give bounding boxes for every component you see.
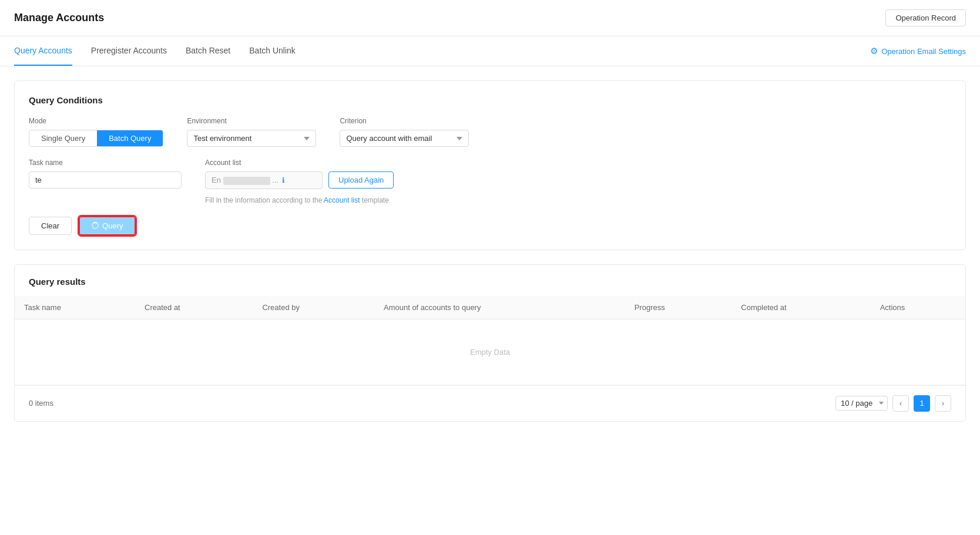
col-created-by: Created by bbox=[253, 296, 374, 319]
query-button-label: Query bbox=[102, 221, 123, 230]
environment-select[interactable]: Test environment Production environment bbox=[187, 130, 316, 147]
query-conditions-title: Query Conditions bbox=[29, 95, 951, 105]
nav-item-query-accounts[interactable]: Query Accounts bbox=[14, 36, 72, 66]
mode-group: Mode Single Query Batch Query bbox=[29, 117, 163, 147]
query-conditions-card: Query Conditions Mode Single Query Batch… bbox=[14, 80, 966, 250]
loading-spin-icon bbox=[92, 222, 99, 229]
prev-page-button[interactable]: ‹ bbox=[892, 395, 909, 412]
current-page-number[interactable]: 1 bbox=[914, 395, 930, 412]
criterion-select[interactable]: Query account with email Query account w… bbox=[340, 130, 469, 147]
query-results-title: Query results bbox=[15, 265, 965, 296]
upload-hint: Fill in the information according to the… bbox=[205, 196, 394, 204]
pagination-right: 10 / page 20 / page 50 / page ‹ 1 › bbox=[835, 395, 951, 412]
nav-left: Query Accounts Preregister Accounts Batc… bbox=[14, 36, 296, 66]
prev-icon: ‹ bbox=[900, 399, 902, 408]
gear-icon: ⚙ bbox=[870, 46, 878, 56]
file-info-icon: ℹ bbox=[282, 176, 285, 184]
mode-label: Mode bbox=[29, 117, 163, 125]
nav-item-preregister-accounts[interactable]: Preregister Accounts bbox=[91, 36, 167, 66]
conditions-row-1: Mode Single Query Batch Query Environmen… bbox=[29, 117, 951, 147]
single-query-button[interactable]: Single Query bbox=[29, 130, 97, 146]
account-list-group: Account list En ... ℹ Upload Again Fill … bbox=[205, 159, 394, 204]
operation-email-settings-link[interactable]: ⚙ Operation Email Settings bbox=[870, 46, 966, 56]
col-task-name: Task name bbox=[15, 296, 135, 319]
operation-email-settings-label: Operation Email Settings bbox=[881, 47, 966, 56]
results-table-wrap: Task name Created at Created by Amount o… bbox=[15, 296, 965, 385]
criterion-label: Criterion bbox=[340, 117, 469, 125]
file-display: En ... ℹ bbox=[205, 171, 323, 189]
query-button[interactable]: Query bbox=[79, 216, 136, 235]
query-results-card: Query results Task name Created at Creat… bbox=[14, 264, 966, 422]
items-count: 0 items bbox=[29, 399, 53, 408]
upload-again-button[interactable]: Upload Again bbox=[328, 171, 394, 189]
nav-item-batch-reset[interactable]: Batch Reset bbox=[186, 36, 230, 66]
upload-hint-suffix: template bbox=[362, 196, 389, 204]
results-table: Task name Created at Created by Amount o… bbox=[15, 296, 965, 385]
task-name-label: Task name bbox=[29, 159, 182, 167]
action-row: Clear Query bbox=[29, 216, 951, 235]
task-name-input[interactable] bbox=[29, 171, 182, 189]
page-title: Manage Accounts bbox=[14, 12, 104, 24]
empty-data-cell: Empty Data bbox=[15, 319, 965, 385]
file-name-text: En ... bbox=[212, 176, 278, 185]
next-page-button[interactable]: › bbox=[935, 395, 951, 412]
col-created-at: Created at bbox=[135, 296, 253, 319]
upload-hint-text: Fill in the information according to the bbox=[205, 196, 322, 204]
criterion-group: Criterion Query account with email Query… bbox=[340, 117, 469, 147]
mode-toggle: Single Query Batch Query bbox=[29, 130, 163, 147]
task-name-group: Task name bbox=[29, 159, 182, 189]
col-progress: Progress bbox=[625, 296, 732, 319]
account-list-label: Account list bbox=[205, 159, 394, 167]
nav-item-batch-unlink[interactable]: Batch Unlink bbox=[249, 36, 296, 66]
page-header: Manage Accounts Operation Record bbox=[0, 0, 980, 36]
operation-record-button[interactable]: Operation Record bbox=[885, 9, 966, 26]
main-content: Query Conditions Mode Single Query Batch… bbox=[0, 66, 980, 436]
environment-group: Environment Test environment Production … bbox=[187, 117, 316, 147]
next-icon: › bbox=[942, 399, 944, 408]
environment-label: Environment bbox=[187, 117, 316, 125]
pagination-row: 0 items 10 / page 20 / page 50 / page ‹ … bbox=[15, 385, 965, 421]
clear-button[interactable]: Clear bbox=[29, 217, 72, 235]
col-actions: Actions bbox=[871, 296, 965, 319]
col-amount: Amount of accounts to query bbox=[374, 296, 625, 319]
file-upload-row: En ... ℹ Upload Again bbox=[205, 171, 394, 189]
main-nav: Query Accounts Preregister Accounts Batc… bbox=[0, 36, 980, 66]
col-completed-at: Completed at bbox=[731, 296, 870, 319]
empty-data-row: Empty Data bbox=[15, 319, 965, 385]
conditions-row-2: Task name Account list En ... ℹ Upload A… bbox=[29, 159, 951, 204]
table-header-row: Task name Created at Created by Amount o… bbox=[15, 296, 965, 319]
batch-query-button[interactable]: Batch Query bbox=[97, 130, 163, 146]
page-size-select[interactable]: 10 / page 20 / page 50 / page bbox=[835, 396, 888, 410]
account-list-template-link[interactable]: Account list bbox=[324, 196, 360, 204]
results-table-body: Empty Data bbox=[15, 319, 965, 385]
